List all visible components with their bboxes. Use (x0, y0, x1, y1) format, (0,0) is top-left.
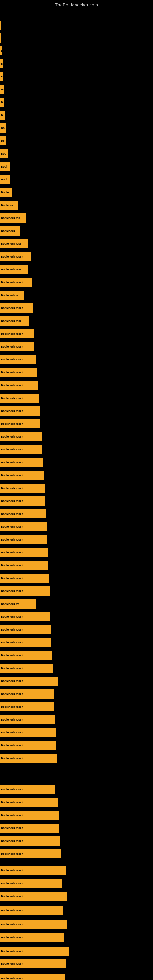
bar: Bottleneck result (0, 458, 43, 467)
bar-label: Bottleneck result (1, 435, 23, 438)
bar: Bottleneck result (0, 728, 56, 737)
bar-row: Bottleneck result (0, 727, 153, 738)
bar-row: Bottleneck result (0, 932, 153, 943)
bar-row: Bottleneck result (0, 508, 153, 520)
bar: Bottle (0, 188, 12, 197)
bar: Bottleneck resu (0, 239, 27, 248)
bar-label: Bottleneck resu (1, 268, 22, 271)
bar-label: B (1, 114, 3, 117)
bar: Bottleneck result (0, 342, 34, 351)
bar-label: Bo (1, 139, 5, 142)
bar-row: Bottleneck resu (0, 264, 153, 275)
bar: B (0, 59, 3, 68)
bar-label: Bottleneck result (1, 281, 23, 284)
bar-row: Bottleneck result (0, 611, 153, 623)
bar-row (0, 19, 153, 31)
bar-label: Bottleneck result (1, 705, 23, 708)
bar-row: Bottleneck result (0, 797, 153, 808)
bar-row: Bottleneck result (0, 444, 153, 455)
bar: Bottleneck result (0, 663, 53, 673)
bar: Bottleneck result (0, 849, 61, 858)
bar: Bottlenec (0, 200, 18, 210)
bar-row: Bottleneck result (0, 675, 153, 687)
bar-row: Bottleneck result (0, 714, 153, 725)
bar-row: Bottleneck result (0, 251, 153, 262)
bar-label: Bot (1, 152, 5, 155)
bar: Bottleneck result (0, 798, 58, 807)
bar: Bottleneck result (0, 920, 67, 929)
bar-label: Bottleneck result (1, 895, 23, 898)
bar-label: Bottleneck result (1, 615, 23, 618)
bar-label: Bottleneck result (1, 654, 23, 657)
bar-row: Bot (0, 148, 153, 159)
bar-label: E (1, 49, 2, 52)
bar-label: Bottleneck result (1, 936, 23, 939)
bar-row (0, 32, 153, 44)
bar-row: Bottleneck result (0, 495, 153, 507)
bar-row: B (0, 109, 153, 121)
bar-label: Bottleneck resu (1, 320, 22, 323)
bar-label: Bottleneck result (1, 345, 23, 348)
bar-row: Bottleneck result (0, 302, 153, 314)
bar-label: Bottleneck result (1, 551, 23, 554)
bar-row: Bottleneck result (0, 958, 153, 970)
bar: Bottleneck result (0, 393, 39, 403)
bar: Bottleneck result (0, 355, 36, 364)
bar: Bottleneck result (0, 612, 50, 621)
bar-row: Bottle (0, 186, 153, 198)
bar-label: Bottleneck result (1, 827, 23, 830)
bar-row: Bottleneck ref (0, 598, 153, 610)
bar-label: Bottleneck result (1, 977, 23, 980)
bar-label: Bottleneck result (1, 731, 23, 734)
bar: Bottleneck result (0, 535, 47, 544)
bar-row: Bottleneck result (0, 392, 153, 404)
bar-row: Bottleneck result (0, 367, 153, 378)
bar-label: Bottleneck result (1, 667, 23, 670)
bar-row: Bottleneck result (0, 547, 153, 558)
bar: Bottleneck ref (0, 599, 37, 609)
bar: E (0, 72, 3, 81)
bar-label: Bottleneck result (1, 422, 23, 425)
bar: B (0, 111, 5, 120)
bar: Bottleneck result (0, 892, 67, 901)
bar-row: Bottleneck (0, 225, 153, 237)
bar: Bottleneck re (0, 291, 24, 300)
bar: Bottleneck result (0, 368, 37, 377)
bar-row: Bottleneck result (0, 662, 153, 674)
bar-label: E (1, 75, 3, 78)
bar-row: Bottleneck result (0, 341, 153, 353)
bar: Bottleneck result (0, 484, 45, 493)
bar: Bottleneck result (0, 879, 62, 888)
bar-row: Bottleneck result (0, 457, 153, 468)
bar-label: Bottleneck result (1, 962, 23, 965)
bar-row: Bottleneck result (0, 701, 153, 713)
bar: Bottleneck result (0, 824, 59, 833)
bar-label: Bottleneck ref (1, 602, 19, 605)
bar-row: Bottleneck res (0, 212, 153, 224)
bar-row: Bottleneck result (0, 649, 153, 661)
bar-label: Bottleneck result (1, 679, 23, 682)
bar-row: Bottleneck result (0, 905, 153, 916)
bar: Bottleneck res (0, 213, 26, 223)
bar-row: E (0, 71, 153, 83)
bar: Bottleneck result (0, 785, 56, 794)
bar-label: Bottleneck result (1, 371, 23, 374)
bar: Bottleneck result (0, 638, 51, 647)
bar-label: Bottlenec (1, 204, 13, 207)
bar-label: Bottleneck result (1, 409, 23, 412)
bar-row: Bottleneck result (0, 534, 153, 546)
bar-label: Bottleneck result (1, 801, 23, 804)
bar-label: Bottleneck result (1, 757, 23, 760)
bar-row: Bottleneck result (0, 379, 153, 391)
bar: Bottleneck result (0, 625, 51, 634)
bar-label: B (1, 101, 3, 104)
bar (0, 33, 1, 43)
bar-row: Bottleneck result (0, 822, 153, 834)
bar: Bo (0, 136, 6, 145)
bar-row: Bottleneck result (0, 891, 153, 902)
bar: E (0, 46, 2, 56)
bar: Bottleneck result (0, 471, 44, 480)
bar: Bottleneck result (0, 445, 42, 454)
bar-label: Bottleneck result (1, 852, 23, 855)
bar-row: Bottleneck result (0, 521, 153, 533)
